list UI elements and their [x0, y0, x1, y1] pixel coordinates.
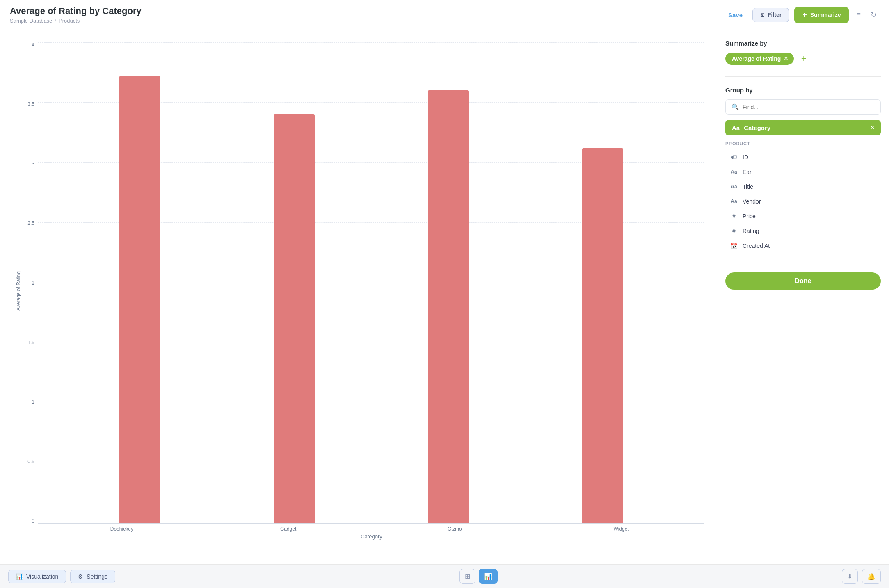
text-icon-vendor: Aa	[729, 199, 738, 204]
group-by-title: Group by	[725, 87, 881, 94]
text-icon-title: Aa	[729, 184, 738, 190]
summarize-pill-row: Average of Rating × +	[725, 53, 881, 65]
search-icon: 🔍	[731, 103, 739, 111]
product-section-label: PRODUCT	[725, 141, 881, 146]
bar-widget	[582, 148, 623, 523]
category-label: Category	[744, 124, 770, 131]
filter-button[interactable]: ⧖ Filter	[752, 8, 789, 22]
average-of-rating-label: Average of Rating	[732, 55, 781, 62]
breadcrumb-separator: /	[55, 18, 56, 24]
table-view-button[interactable]: ⊞	[459, 569, 475, 584]
settings-label: Settings	[87, 573, 107, 580]
breadcrumb: Sample Database / Products	[10, 18, 142, 24]
filter-label: Filter	[768, 11, 782, 18]
y-tick-35: 3.5	[27, 102, 34, 107]
sort-icon-button[interactable]: ≡	[854, 8, 863, 22]
bar-chart-icon: 📊	[16, 573, 23, 580]
divider	[725, 76, 881, 77]
y-tick-0: 0	[32, 519, 34, 524]
remove-average-rating-button[interactable]: ×	[784, 55, 788, 62]
download-button[interactable]: ⬇	[842, 569, 858, 584]
calendar-icon: 📅	[729, 243, 738, 249]
x-label-gadget: Gadget	[205, 526, 372, 532]
bar-gizmo	[428, 90, 469, 523]
main-layout: Average of Rating 4 3.5 3 2.5 2 1.5 1 0.…	[0, 30, 889, 564]
field-name-rating: Rating	[743, 228, 759, 234]
y-axis-ticks: 4 3.5 3 2.5 2 1.5 1 0.5 0	[21, 42, 38, 524]
y-tick-05: 0.5	[27, 459, 34, 464]
x-label-doohickey: Doohickey	[39, 526, 205, 532]
bar-group-gizmo	[428, 42, 469, 523]
bar-group-gadget	[274, 42, 315, 523]
y-tick-25: 2.5	[27, 221, 34, 226]
bar-group-widget	[582, 42, 623, 523]
bars	[38, 42, 704, 523]
summarize-sidebar: Summarize by Average of Rating × + Group…	[717, 30, 889, 564]
field-name-id: ID	[743, 154, 748, 160]
bar-gadget	[274, 114, 315, 523]
y-tick-2: 2	[32, 281, 34, 286]
chart-area: Average of Rating 4 3.5 3 2.5 2 1.5 1 0.…	[0, 30, 717, 564]
y-tick-15: 1.5	[27, 340, 34, 345]
bottom-bar: 📊 Visualization ⚙ Settings ⊞ 📊 ⬇ 🔔	[0, 564, 889, 588]
field-item-vendor[interactable]: Aa Vendor	[725, 194, 881, 208]
summarize-label: Summarize	[810, 11, 841, 18]
summarize-by-title: Summarize by	[725, 40, 881, 47]
chart-wrapper: Average of Rating 4 3.5 3 2.5 2 1.5 1 0.…	[12, 38, 704, 540]
page-title: Average of Rating by Category	[10, 6, 142, 16]
tag-icon: 🏷	[729, 154, 738, 160]
done-button[interactable]: Done	[725, 272, 881, 290]
visualization-button[interactable]: 📊 Visualization	[8, 570, 66, 583]
field-item-ean[interactable]: Aa Ean	[725, 165, 881, 179]
y-axis-label: Average of Rating	[12, 42, 21, 540]
chart-view-button[interactable]: 📊	[479, 569, 498, 584]
save-button[interactable]: Save	[723, 8, 747, 22]
category-icon: Aa	[732, 124, 740, 131]
remove-category-button[interactable]: ×	[871, 124, 874, 131]
x-axis-title: Category	[21, 533, 704, 540]
x-label-widget: Widget	[538, 526, 704, 532]
add-summarize-button[interactable]: +	[798, 53, 810, 64]
number-icon-rating: #	[729, 228, 738, 234]
bottom-left-actions: 📊 Visualization ⚙ Settings	[8, 570, 115, 583]
summarize-by-section: Summarize by Average of Rating × +	[725, 40, 881, 65]
field-name-price: Price	[743, 213, 756, 220]
group-by-section: Group by 🔍 Aa Category × PRODUCT 🏷 ID	[725, 87, 881, 253]
category-group-pill[interactable]: Aa Category ×	[725, 120, 881, 135]
bottom-center-actions: ⊞ 📊	[459, 569, 498, 584]
average-of-rating-pill[interactable]: Average of Rating ×	[725, 53, 794, 65]
field-item-price[interactable]: # Price	[725, 209, 881, 223]
field-item-id[interactable]: 🏷 ID	[725, 150, 881, 164]
breadcrumb-database: Sample Database	[10, 18, 52, 24]
refresh-icon-button[interactable]: ↻	[868, 8, 879, 22]
field-item-rating[interactable]: # Rating	[725, 224, 881, 238]
x-label-gizmo: Gizmo	[372, 526, 538, 532]
number-icon-price: #	[729, 213, 738, 220]
summarize-button[interactable]: + Summarize	[794, 7, 849, 23]
plus-icon: +	[802, 11, 807, 19]
bottom-right-actions: ⬇ 🔔	[842, 569, 881, 584]
field-name-created-at: Created At	[743, 243, 770, 249]
group-by-search[interactable]: 🔍	[725, 99, 881, 115]
field-item-title[interactable]: Aa Title	[725, 180, 881, 194]
x-labels: Doohickey Gadget Gizmo Widget	[21, 526, 704, 532]
field-name-ean: Ean	[743, 169, 753, 175]
field-name-title: Title	[743, 183, 753, 190]
field-name-vendor: Vendor	[743, 198, 761, 205]
field-list: 🏷 ID Aa Ean Aa Title Aa Vendor	[725, 150, 881, 253]
bar-doohickey	[119, 76, 160, 523]
y-tick-1: 1	[32, 400, 34, 405]
header: Average of Rating by Category Sample Dat…	[0, 0, 889, 30]
notification-button[interactable]: 🔔	[862, 569, 881, 584]
text-icon-ean: Aa	[729, 169, 738, 175]
y-tick-3: 3	[32, 161, 34, 166]
bar-group-doohickey	[119, 42, 160, 523]
visualization-label: Visualization	[26, 573, 58, 580]
gear-icon: ⚙	[78, 573, 83, 580]
header-left: Average of Rating by Category Sample Dat…	[10, 6, 142, 24]
breadcrumb-table: Products	[59, 18, 80, 24]
field-item-created-at[interactable]: 📅 Created At	[725, 239, 881, 253]
settings-button[interactable]: ⚙ Settings	[70, 570, 115, 583]
filter-icon: ⧖	[760, 11, 764, 18]
search-input[interactable]	[743, 104, 875, 110]
